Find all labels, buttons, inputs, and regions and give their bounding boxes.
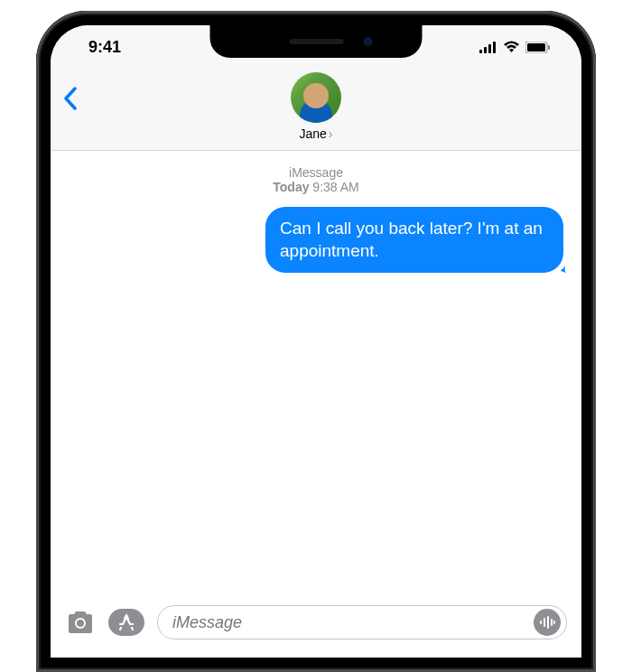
chevron-right-icon: › <box>329 126 333 141</box>
svg-rect-6 <box>548 45 550 50</box>
notch <box>210 25 423 58</box>
front-camera <box>364 37 373 46</box>
service-label: iMessage <box>69 165 563 180</box>
day-label: Today <box>273 180 309 194</box>
message-row-sent: Can I call you back later? I'm at an app… <box>69 207 563 273</box>
message-bubble[interactable]: Can I call you back later? I'm at an app… <box>265 207 563 273</box>
svg-rect-11 <box>547 616 549 629</box>
compose-bar <box>51 596 581 658</box>
svg-rect-0 <box>479 50 482 53</box>
svg-rect-13 <box>553 621 555 624</box>
back-button[interactable] <box>63 87 78 114</box>
contact-name-button[interactable]: Jane › <box>299 126 332 141</box>
svg-rect-12 <box>551 619 553 626</box>
messages-area[interactable]: iMessage Today 9:38 AM Can I call you ba… <box>51 151 581 596</box>
svg-rect-2 <box>488 44 491 53</box>
speaker-grille <box>289 39 343 44</box>
app-store-button[interactable] <box>108 609 144 636</box>
status-indicators <box>479 41 551 53</box>
svg-point-8 <box>77 620 84 627</box>
conversation-header: Jane › <box>51 69 581 151</box>
time-label: 9:38 AM <box>312 180 358 194</box>
svg-rect-1 <box>484 47 487 53</box>
wifi-icon <box>503 41 520 53</box>
message-input[interactable] <box>172 613 534 632</box>
svg-rect-5 <box>527 43 545 51</box>
contact-name-label: Jane <box>299 126 326 141</box>
timestamp-header: iMessage Today 9:38 AM <box>69 165 563 194</box>
svg-rect-9 <box>540 621 542 624</box>
battery-icon <box>525 42 551 53</box>
svg-rect-3 <box>493 42 496 53</box>
screen: 9:41 Jane › <box>51 25 581 658</box>
phone-frame: 9:41 Jane › <box>36 11 596 672</box>
cellular-signal-icon <box>479 42 497 53</box>
status-time: 9:41 <box>88 38 121 57</box>
svg-rect-10 <box>544 618 545 627</box>
camera-button[interactable] <box>65 610 96 635</box>
message-input-container <box>157 605 567 639</box>
contact-avatar[interactable] <box>291 72 341 123</box>
audio-message-button[interactable] <box>534 609 561 636</box>
